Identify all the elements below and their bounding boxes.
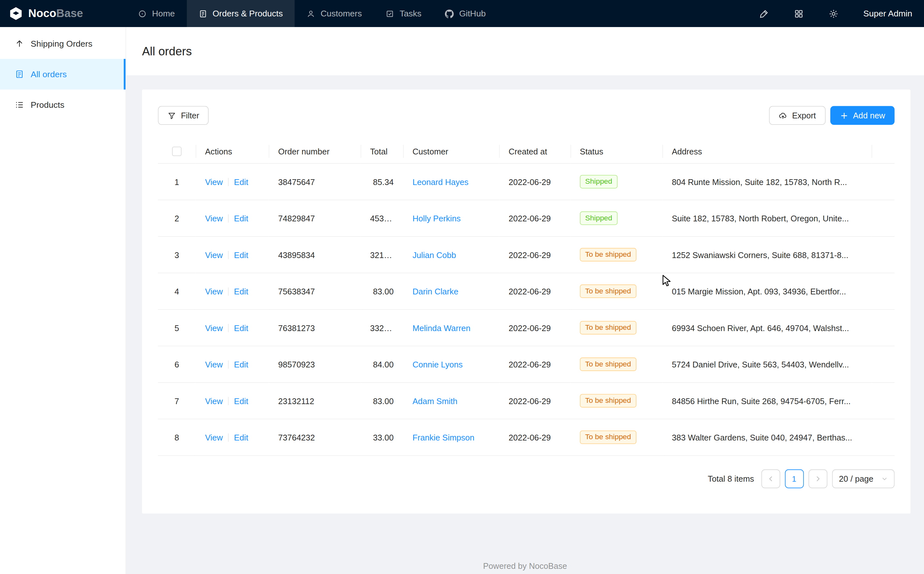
view-link[interactable]: View (205, 214, 223, 223)
highlighter-icon[interactable] (759, 9, 769, 19)
filter-button-label: Filter (181, 111, 199, 120)
select-all-checkbox[interactable] (172, 147, 181, 156)
total-cell: 33.00 (360, 419, 403, 456)
created-at-cell: 2022-06-29 (499, 346, 570, 383)
sidebar-item-products[interactable]: Products (0, 90, 126, 120)
action-divider (228, 287, 229, 296)
nav-item-orders-products[interactable]: Orders & Products (187, 0, 295, 27)
table-row: 6 ViewEdit 98570923 84.00 Connie Lyons 2… (158, 346, 895, 383)
edit-link[interactable]: Edit (234, 177, 248, 187)
app-root: NocoBase Home Orders & Products Cust (0, 0, 924, 574)
table-row: 3 ViewEdit 43895834 321.00 Julian Cobb 2… (158, 237, 895, 273)
content-area: Filter Export Add new (126, 75, 924, 574)
edit-link[interactable]: Edit (234, 287, 248, 296)
page-number-button[interactable]: 1 (785, 470, 804, 489)
export-button[interactable]: Export (769, 106, 826, 125)
next-page-button[interactable] (809, 470, 828, 489)
filter-icon (167, 111, 176, 120)
nav-item-home[interactable]: Home (126, 0, 187, 27)
view-link[interactable]: View (205, 396, 223, 405)
filter-button[interactable]: Filter (158, 106, 209, 125)
view-link[interactable]: View (205, 250, 223, 260)
customer-link[interactable]: Adam Smith (412, 396, 458, 405)
created-at-cell: 2022-06-29 (499, 383, 570, 419)
created-at-cell: 2022-06-29 (499, 200, 570, 237)
status-badge: To be shipped (580, 248, 636, 262)
orders-file-icon (15, 69, 24, 79)
view-link[interactable]: View (205, 433, 223, 442)
total-cell: 453.00 (360, 200, 403, 237)
row-index: 6 (174, 360, 179, 369)
nav-item-customers[interactable]: Customers (295, 0, 373, 27)
status-badge: To be shipped (580, 285, 636, 298)
apps-grid-icon[interactable] (794, 9, 804, 19)
customer-link[interactable]: Holly Perkins (412, 214, 461, 223)
address-cell: 1252 Swaniawski Corners, Suite 688, 8137… (662, 237, 872, 273)
row-index: 5 (174, 323, 179, 333)
nav-item-label: Customers (321, 9, 362, 18)
brand-text-light: Base (56, 7, 83, 19)
action-divider (228, 214, 229, 222)
plus-icon (839, 111, 848, 120)
column-header-spacer (872, 139, 894, 164)
row-index: 1 (174, 177, 179, 187)
column-header-order-number: Order number (269, 139, 361, 164)
user-menu[interactable]: Super Admin (863, 9, 912, 18)
brand-logo[interactable]: NocoBase (0, 0, 126, 27)
brand-text-bold: Noco (28, 7, 56, 19)
order-number-cell: 43895834 (269, 237, 361, 273)
edit-link[interactable]: Edit (234, 250, 248, 260)
order-number-cell: 38475647 (269, 164, 361, 200)
export-button-label: Export (792, 111, 816, 120)
total-cell: 83.00 (360, 383, 403, 419)
nav-item-github[interactable]: GitHub (433, 0, 498, 27)
total-cell: 332.00 (360, 309, 403, 346)
page-size-select[interactable]: 20 / page (832, 470, 895, 489)
powered-by-footer: Powered by NocoBase (126, 561, 924, 571)
edit-link[interactable]: Edit (234, 360, 248, 369)
pagination: Total 8 items 1 20 / page (158, 470, 895, 489)
order-number-cell: 76381273 (269, 309, 361, 346)
address-cell: 383 Walter Gardens, Suite 040, 24947, Be… (662, 419, 872, 456)
arrow-up-icon (15, 39, 24, 48)
customer-link[interactable]: Darin Clarke (412, 287, 458, 296)
edit-link[interactable]: Edit (234, 323, 248, 333)
edit-link[interactable]: Edit (234, 433, 248, 442)
nav-item-tasks[interactable]: Tasks (374, 0, 433, 27)
customer-link[interactable]: Melinda Warren (412, 323, 471, 333)
gear-icon[interactable] (828, 9, 839, 19)
status-badge: To be shipped (580, 321, 636, 334)
view-link[interactable]: View (205, 177, 223, 187)
toolbar-right: Export Add new (769, 106, 895, 125)
column-header-address: Address (662, 139, 872, 164)
table-row: 8 ViewEdit 73764232 33.00 Frankie Simpso… (158, 419, 895, 456)
customer-link[interactable]: Julian Cobb (412, 250, 456, 260)
prev-page-button[interactable] (761, 470, 780, 489)
view-link[interactable]: View (205, 323, 223, 333)
sidebar-item-all-orders[interactable]: All orders (0, 59, 126, 90)
total-cell: 83.00 (360, 273, 403, 309)
orders-table-body: 1 ViewEdit 38475647 85.34 Leonard Hayes … (158, 164, 895, 456)
order-number-cell: 23132112 (269, 383, 361, 419)
view-link[interactable]: View (205, 360, 223, 369)
status-badge: To be shipped (580, 431, 636, 444)
order-number-cell: 73764232 (269, 419, 361, 456)
total-cell: 84.00 (360, 346, 403, 383)
action-divider (228, 397, 229, 405)
customer-link[interactable]: Connie Lyons (412, 360, 463, 369)
sidebar-item-shipping-orders[interactable]: Shipping Orders (0, 28, 126, 59)
home-icon (138, 9, 147, 18)
edit-link[interactable]: Edit (234, 396, 248, 405)
row-index: 2 (174, 214, 179, 223)
page-title: All orders (142, 44, 192, 58)
add-new-button[interactable]: Add new (830, 106, 894, 125)
tasks-icon (385, 9, 394, 18)
customer-link[interactable]: Frankie Simpson (412, 433, 474, 442)
customer-link[interactable]: Leonard Hayes (412, 177, 468, 187)
edit-link[interactable]: Edit (234, 214, 248, 223)
order-number-cell: 74829847 (269, 200, 361, 237)
view-link[interactable]: View (205, 287, 223, 296)
total-cell: 321.00 (360, 237, 403, 273)
main-nav: Home Orders & Products Customers Tasks (126, 0, 498, 27)
row-index: 4 (174, 287, 179, 296)
